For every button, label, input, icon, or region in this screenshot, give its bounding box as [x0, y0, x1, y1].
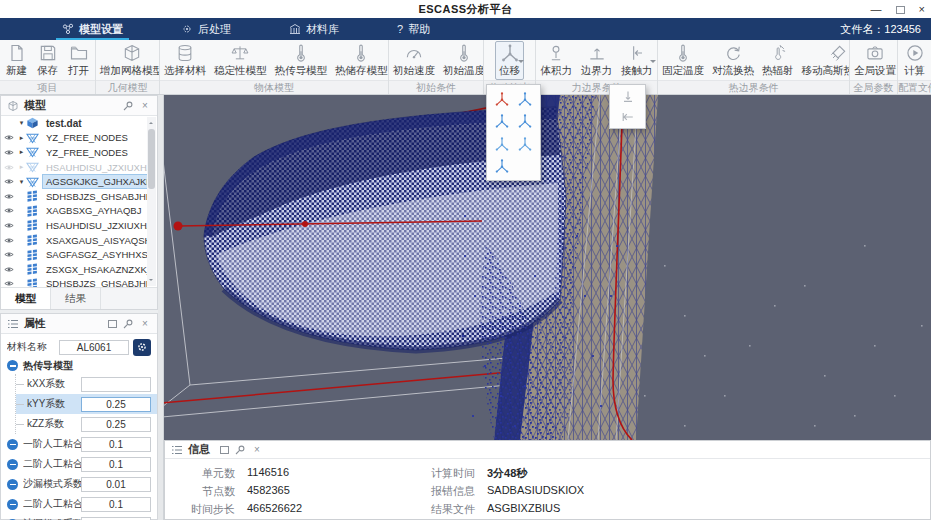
- dof-constraint-option[interactable]: [515, 111, 535, 131]
- eye-icon[interactable]: [1, 193, 17, 200]
- dof-constraint-option[interactable]: [515, 134, 535, 154]
- tree-item[interactable]: ▸YZ_FREE_NODES: [1, 145, 147, 160]
- open-button[interactable]: 打开: [64, 41, 93, 80]
- heat-conduction-model-button[interactable]: 热传导模型: [271, 41, 332, 80]
- add-mesh-model-button[interactable]: 增加网格模型: [96, 41, 160, 80]
- tree-item[interactable]: SDHSBJZS_GHSABJHB_ZAHU: [1, 189, 147, 204]
- contact-tangent-option[interactable]: [618, 108, 638, 125]
- moving-gauss-flux-button[interactable]: 移动高斯热通量: [798, 41, 851, 80]
- tab-results[interactable]: 结果: [51, 288, 101, 309]
- eye-icon[interactable]: [1, 237, 17, 244]
- save-button[interactable]: 保存: [33, 41, 62, 80]
- properties-panel-header: 属性 ×: [1, 314, 157, 334]
- kyy-input[interactable]: [81, 397, 151, 412]
- dof-constraint-option[interactable]: [492, 156, 512, 176]
- tree-item-root[interactable]: ▾test.dat: [1, 116, 147, 131]
- collapse-icon[interactable]: [7, 499, 18, 510]
- material-settings-button[interactable]: [133, 339, 151, 356]
- dof-constraint-option[interactable]: [492, 134, 512, 154]
- body-force-button[interactable]: 体积力: [537, 41, 577, 80]
- thermal-radiation-button[interactable]: 热辐射: [758, 41, 798, 80]
- eye-icon[interactable]: [1, 266, 17, 273]
- contact-normal-option[interactable]: [618, 88, 638, 105]
- hourglass2-input[interactable]: [81, 517, 151, 520]
- tree-scrollbar[interactable]: [147, 117, 156, 286]
- mesh-icon: [26, 132, 39, 144]
- thermometer-icon: [454, 43, 474, 63]
- eye-icon[interactable]: [1, 222, 17, 229]
- tree-item[interactable]: XSAXGAUS_AISYAQSH_ASHX: [1, 233, 147, 248]
- material-name-label: 材料名称: [7, 340, 59, 354]
- tree-item-selected[interactable]: ▾AGSGKJKG_GJHXAJKHXA: [1, 174, 147, 189]
- collapse-icon[interactable]: [7, 459, 18, 470]
- close-panel-icon[interactable]: ×: [139, 100, 151, 112]
- material-name-input[interactable]: [59, 340, 129, 355]
- eye-icon[interactable]: [1, 149, 17, 156]
- minimize-button[interactable]: —: [871, 0, 882, 18]
- tree-item[interactable]: SDHSBJZS_GHSABJHB_ZAHU: [1, 277, 147, 287]
- tree-item[interactable]: ▸YZ_FREE_NODES: [1, 131, 147, 146]
- collapse-icon[interactable]: [7, 360, 18, 371]
- eye-icon[interactable]: [1, 207, 17, 214]
- compute-button[interactable]: 计算: [900, 41, 929, 80]
- stability-model-button[interactable]: 稳定性模型: [210, 41, 271, 80]
- eye-icon[interactable]: [1, 134, 17, 141]
- close-button[interactable]: ×: [919, 0, 925, 18]
- mesh-icon: [26, 176, 39, 188]
- restore-panel-icon[interactable]: [108, 320, 117, 328]
- viscosity1-input[interactable]: [81, 437, 151, 452]
- fixed-temperature-button[interactable]: 固定温度: [658, 41, 708, 80]
- restore-panel-icon[interactable]: [220, 446, 229, 454]
- properties-icon: [7, 318, 19, 330]
- heat-conduction-section[interactable]: 热传导模型: [1, 357, 157, 374]
- select-material-button[interactable]: 选择材料: [160, 41, 210, 80]
- dof-constraint-option[interactable]: [515, 89, 535, 109]
- eye-off-icon[interactable]: [1, 164, 17, 171]
- gauge-icon: [404, 43, 424, 63]
- tab-post-processing[interactable]: 后处理: [171, 18, 241, 40]
- help-icon: ?: [397, 23, 403, 35]
- tree-item[interactable]: ▸HSAUHDISU_JZXIUXHAHX: [1, 160, 147, 175]
- initial-velocity-button[interactable]: 初始速度: [389, 41, 439, 80]
- eye-icon[interactable]: [1, 178, 17, 185]
- close-panel-icon[interactable]: ×: [139, 318, 151, 330]
- collapse-icon[interactable]: [7, 479, 18, 490]
- viscosity2-input[interactable]: [81, 457, 151, 472]
- eye-icon[interactable]: [1, 280, 17, 287]
- global-settings-button[interactable]: 全局设置: [850, 41, 898, 80]
- tab-model[interactable]: 模型: [1, 288, 51, 309]
- viscosity3-input[interactable]: [81, 497, 151, 512]
- tree-item[interactable]: HSAUHDISU_JZXIUXHAHX: [1, 218, 147, 233]
- hourglass1-input[interactable]: [81, 477, 151, 492]
- tab-material-library[interactable]: 材料库: [279, 18, 349, 40]
- new-button[interactable]: 新建: [2, 41, 31, 80]
- eye-icon[interactable]: [1, 251, 17, 258]
- dof-constraint-option[interactable]: [492, 111, 512, 131]
- pin-icon[interactable]: [234, 444, 246, 456]
- viewport-3d[interactable]: [164, 95, 931, 440]
- boundary-force-button[interactable]: 边界力: [577, 41, 617, 80]
- maximize-button[interactable]: [896, 6, 905, 14]
- blocks-icon: [26, 219, 39, 231]
- material-library-icon: [289, 23, 301, 35]
- displacement-button[interactable]: 位移: [495, 41, 524, 80]
- properties-panel: 属性 × 材料名称 热传导模型 kXX系数 kYY系数 kZZ系数 一阶人工粘合…: [0, 313, 158, 520]
- tree-item[interactable]: SAGFASGZ_ASYHHXSN: [1, 247, 147, 262]
- kzz-input[interactable]: [81, 417, 151, 432]
- dof-constraint-option-selected[interactable]: [492, 89, 512, 109]
- pin-icon[interactable]: [122, 318, 134, 330]
- initial-temperature-button[interactable]: 初始温度: [439, 41, 484, 80]
- heat-storage-model-button[interactable]: 热储存模型: [331, 41, 389, 80]
- kxx-input[interactable]: [81, 377, 151, 392]
- tab-help[interactable]: ? 帮助: [387, 18, 440, 40]
- tree-item[interactable]: XAGBSXG_AYHAQBJ: [1, 204, 147, 219]
- pin-icon[interactable]: [122, 100, 134, 112]
- convection-button[interactable]: 对流换热: [708, 41, 758, 80]
- collapse-icon[interactable]: [7, 439, 18, 450]
- tree-item[interactable]: ZSXGX_HSAKAZNZXK_AHASX: [1, 262, 147, 277]
- hourglass1-row: 沙漏模式系数: [1, 474, 157, 494]
- close-panel-icon[interactable]: ×: [251, 444, 263, 456]
- tab-model-settings[interactable]: 模型设置: [52, 18, 133, 40]
- contact-force-button[interactable]: 接触力: [617, 41, 657, 80]
- thermometer-icon: [291, 43, 311, 63]
